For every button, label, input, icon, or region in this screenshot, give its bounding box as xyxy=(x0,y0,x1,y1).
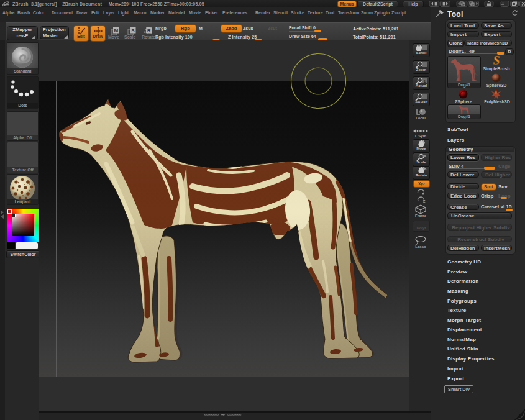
svg-text:S: S xyxy=(493,54,500,67)
svg-text:R: R xyxy=(147,28,151,34)
svg-text:S: S xyxy=(131,28,135,34)
svg-text:z: z xyxy=(423,199,426,203)
svg-text:1: 1 xyxy=(424,79,426,83)
svg-text:M: M xyxy=(114,28,118,34)
